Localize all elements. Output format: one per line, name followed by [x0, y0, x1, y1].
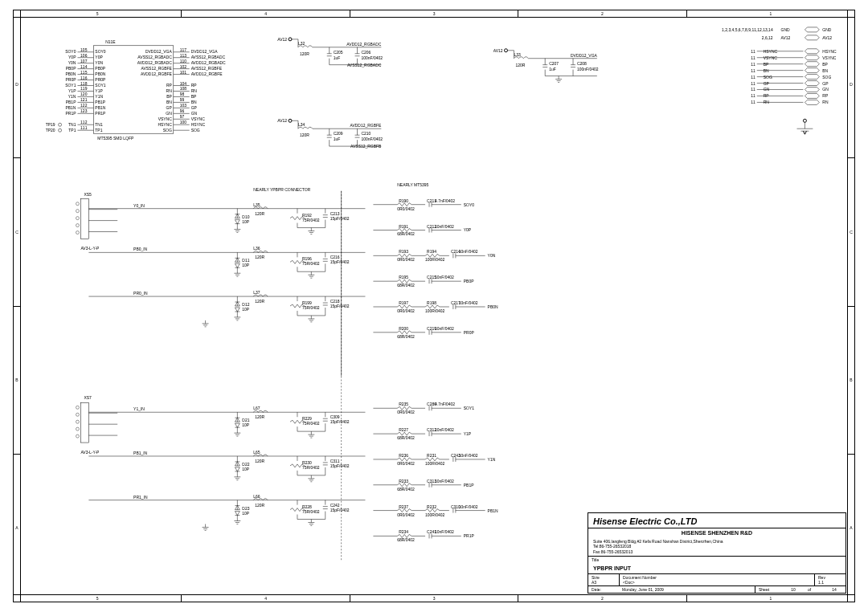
svg-text:103: 103	[180, 104, 187, 108]
svg-point-241	[76, 217, 79, 220]
svg-text:120R: 120R	[300, 133, 309, 137]
svg-text:C213: C213	[330, 212, 340, 216]
svg-text:TP1: TP1	[95, 129, 102, 133]
svg-text:10P: 10P	[242, 220, 250, 224]
svg-text:R200: R200	[399, 327, 408, 331]
svg-text:PR1_IN: PR1_IN	[133, 496, 148, 500]
svg-text:Y1N: Y1N	[68, 95, 76, 99]
company-name: Hisense Electric Co.,LTD	[588, 513, 845, 528]
svg-text:D23: D23	[242, 507, 249, 511]
svg-text:Y1P: Y1P	[68, 89, 76, 93]
svg-text:1uF: 1uF	[334, 137, 341, 141]
svg-text:R194: R194	[427, 250, 436, 254]
svg-text:PR0_IN: PR0_IN	[133, 292, 148, 296]
svg-text:15pF/0402: 15pF/0402	[330, 217, 350, 221]
svg-text:GP: GP	[191, 106, 198, 110]
svg-text:PR1P: PR1P	[95, 112, 106, 116]
svg-text:1uF: 1uF	[334, 56, 341, 60]
svg-point-187	[505, 49, 508, 52]
svg-text:C216: C216	[330, 255, 340, 259]
svg-text:0R0/0402: 0R0/0402	[397, 462, 415, 466]
svg-point-239	[76, 202, 79, 206]
svg-point-242	[76, 224, 79, 227]
svg-text:AVDD12_RGBADC: AVDD12_RGBADC	[191, 61, 226, 65]
svg-text:PB0P: PB0P	[66, 67, 76, 71]
svg-text:15pF/0402: 15pF/0402	[330, 304, 350, 308]
svg-text:PB0N: PB0N	[65, 72, 76, 76]
svg-text:TP20: TP20	[46, 129, 55, 133]
svg-text:C209: C209	[334, 132, 343, 136]
svg-text:15pF/0402: 15pF/0402	[330, 464, 350, 468]
svg-text:11: 11	[751, 88, 755, 92]
svg-text:L67: L67	[253, 406, 260, 410]
svg-text:RP: RP	[822, 94, 829, 98]
svg-text:PB1N: PB1N	[65, 106, 76, 110]
svg-text:4.7nF/0402: 4.7nF/0402	[435, 199, 455, 203]
svg-text:R231: R231	[427, 454, 436, 458]
svg-text:GND: GND	[822, 28, 831, 32]
svg-text:100R/0402: 100R/0402	[425, 309, 445, 313]
svg-text:RN: RN	[166, 89, 173, 93]
svg-text:R192: R192	[302, 214, 312, 218]
svg-text:XS5: XS5	[84, 193, 92, 197]
svg-text:75R/0402: 75R/0402	[302, 262, 320, 266]
svg-text:115: 115	[80, 71, 88, 75]
svg-text:75R/0402: 75R/0402	[302, 306, 320, 310]
svg-text:11: 11	[751, 94, 755, 98]
svg-text:R197: R197	[399, 301, 408, 305]
svg-text:75R/0402: 75R/0402	[302, 422, 320, 426]
svg-text:123: 123	[80, 109, 88, 113]
svg-text:DVDD12_VGA: DVDD12_VGA	[571, 54, 598, 58]
svg-text:75R/0402: 75R/0402	[302, 466, 320, 470]
svg-text:15pF/0402: 15pF/0402	[330, 508, 350, 512]
svg-text:100: 100	[180, 120, 187, 124]
svg-text:10P: 10P	[242, 512, 250, 516]
svg-text:Y1N: Y1N	[95, 95, 103, 99]
svg-text:Y1P: Y1P	[95, 89, 103, 93]
svg-text:L32: L32	[298, 42, 305, 46]
svg-text:Y1P: Y1P	[464, 432, 472, 436]
svg-text:PR1P: PR1P	[464, 534, 475, 538]
svg-text:PR0P: PR0P	[95, 78, 106, 82]
svg-text:1,2,3,4,5,6,7,8,9,11,12,13,14: 1,2,3,4,5,6,7,8,9,11,12,13,14	[722, 28, 773, 32]
svg-text:R230: R230	[302, 461, 312, 465]
svg-text:C207: C207	[549, 62, 559, 66]
svg-text:68R/0402: 68R/0402	[397, 538, 415, 542]
svg-text:R199: R199	[302, 301, 312, 305]
svg-rect-238	[80, 199, 88, 239]
svg-text:Y1N: Y1N	[488, 458, 496, 462]
svg-text:SOY1: SOY1	[95, 84, 105, 88]
svg-point-115	[59, 123, 62, 126]
svg-text:Y0P: Y0P	[464, 229, 472, 233]
svg-text:101: 101	[180, 71, 187, 75]
svg-text:10nF/0402: 10nF/0402	[435, 327, 454, 331]
svg-text:113: 113	[180, 54, 187, 58]
svg-text:SOY1: SOY1	[464, 406, 474, 410]
svg-text:105: 105	[80, 48, 88, 52]
svg-text:SOY0: SOY0	[464, 203, 474, 207]
ruler-bottom: 54321	[14, 594, 854, 602]
svg-text:PR0P: PR0P	[464, 331, 475, 335]
svg-point-411	[76, 435, 79, 438]
svg-text:R235: R235	[399, 402, 408, 406]
svg-text:C210: C210	[362, 132, 371, 136]
svg-text:AV3-L-Y-P: AV3-L-Y-P	[80, 247, 100, 251]
svg-text:TN1: TN1	[68, 123, 76, 127]
svg-text:C206: C206	[362, 51, 371, 55]
svg-text:117: 117	[180, 48, 187, 52]
svg-text:10nF/0402: 10nF/0402	[435, 479, 454, 483]
svg-text:120R: 120R	[255, 415, 264, 419]
svg-text:10nF/0402: 10nF/0402	[435, 530, 454, 534]
svg-text:AV12: AV12	[781, 36, 791, 40]
svg-text:GP: GP	[166, 106, 173, 110]
svg-point-408	[76, 413, 79, 416]
svg-text:PR0P: PR0P	[65, 78, 76, 82]
svg-text:10nF/0402: 10nF/0402	[459, 250, 478, 254]
svg-text:100nF/0402: 100nF/0402	[577, 67, 599, 71]
svg-text:PB1N: PB1N	[488, 509, 498, 513]
svg-text:2,6,12: 2,6,12	[762, 36, 773, 40]
svg-text:10nF/0402: 10nF/0402	[459, 505, 478, 509]
svg-text:1uF: 1uF	[549, 67, 556, 71]
svg-text:11: 11	[751, 69, 755, 73]
svg-point-212	[289, 119, 292, 122]
